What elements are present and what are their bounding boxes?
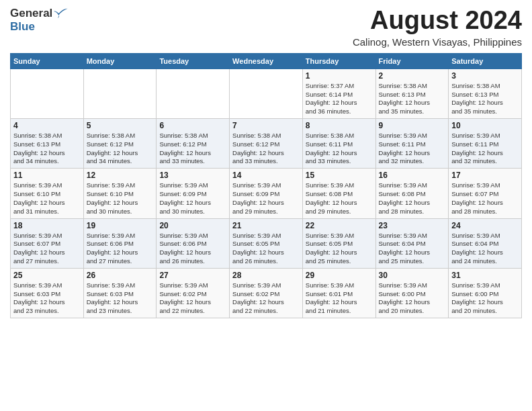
calendar-cell: 24Sunrise: 5:39 AM Sunset: 6:04 PM Dayli… — [449, 218, 522, 268]
day-number: 25 — [13, 271, 81, 280]
logo-general: General — [10, 7, 52, 20]
day-number: 30 — [379, 271, 446, 280]
day-info: Sunrise: 5:38 AM Sunset: 6:12 PM Dayligh… — [159, 132, 226, 166]
calendar-body: 1Sunrise: 5:37 AM Sunset: 6:14 PM Daylig… — [11, 68, 522, 318]
day-number: 3 — [451, 71, 519, 81]
day-number: 7 — [232, 121, 300, 130]
calendar-table: SundayMondayTuesdayWednesdayThursdayFrid… — [10, 53, 522, 318]
day-info: Sunrise: 5:39 AM Sunset: 6:10 PM Dayligh… — [87, 181, 154, 216]
calendar-cell — [83, 68, 157, 118]
day-info: Sunrise: 5:38 AM Sunset: 6:12 PM Dayligh… — [232, 132, 300, 166]
day-header-wednesday: Wednesday — [230, 53, 303, 68]
day-info: Sunrise: 5:39 AM Sunset: 6:08 PM Dayligh… — [306, 181, 373, 216]
header: General Blue August 2024 Calinog, Wester… — [10, 7, 522, 48]
day-number: 20 — [159, 221, 226, 230]
calendar-week-1: 1Sunrise: 5:37 AM Sunset: 6:14 PM Daylig… — [11, 68, 522, 118]
title-area: August 2024 Calinog, Western Visayas, Ph… — [353, 7, 522, 48]
day-info: Sunrise: 5:39 AM Sunset: 6:05 PM Dayligh… — [232, 232, 300, 266]
day-number: 2 — [379, 71, 446, 81]
logo-bird-icon — [54, 7, 69, 19]
day-number: 24 — [451, 221, 519, 230]
day-info: Sunrise: 5:39 AM Sunset: 6:11 PM Dayligh… — [379, 132, 446, 166]
calendar-cell: 10Sunrise: 5:39 AM Sunset: 6:11 PM Dayli… — [449, 119, 522, 169]
calendar-cell: 21Sunrise: 5:39 AM Sunset: 6:05 PM Dayli… — [230, 218, 303, 268]
day-info: Sunrise: 5:39 AM Sunset: 6:01 PM Dayligh… — [306, 281, 373, 316]
calendar-cell: 31Sunrise: 5:39 AM Sunset: 6:00 PM Dayli… — [449, 268, 522, 318]
day-number: 10 — [451, 121, 519, 130]
calendar-cell: 12Sunrise: 5:39 AM Sunset: 6:10 PM Dayli… — [83, 169, 157, 218]
day-info: Sunrise: 5:39 AM Sunset: 6:10 PM Dayligh… — [13, 181, 81, 216]
day-info: Sunrise: 5:38 AM Sunset: 6:11 PM Dayligh… — [306, 132, 373, 166]
day-info: Sunrise: 5:38 AM Sunset: 6:13 PM Dayligh… — [13, 132, 81, 166]
calendar-cell: 3Sunrise: 5:38 AM Sunset: 6:13 PM Daylig… — [449, 68, 522, 118]
calendar-cell: 2Sunrise: 5:38 AM Sunset: 6:13 PM Daylig… — [375, 68, 449, 118]
calendar-cell: 29Sunrise: 5:39 AM Sunset: 6:01 PM Dayli… — [302, 268, 375, 318]
calendar-cell: 22Sunrise: 5:39 AM Sunset: 6:05 PM Dayli… — [302, 218, 375, 268]
day-header-sunday: Sunday — [11, 53, 84, 68]
calendar-cell: 5Sunrise: 5:38 AM Sunset: 6:12 PM Daylig… — [83, 119, 157, 169]
days-of-week-row: SundayMondayTuesdayWednesdayThursdayFrid… — [11, 53, 522, 68]
logo: General Blue — [10, 7, 69, 34]
calendar-cell: 15Sunrise: 5:39 AM Sunset: 6:08 PM Dayli… — [302, 169, 375, 218]
page-subtitle: Calinog, Western Visayas, Philippines — [353, 36, 522, 48]
day-number: 12 — [87, 171, 154, 180]
day-info: Sunrise: 5:39 AM Sunset: 6:05 PM Dayligh… — [306, 232, 373, 266]
day-number: 16 — [379, 171, 446, 180]
calendar-cell: 14Sunrise: 5:39 AM Sunset: 6:09 PM Dayli… — [230, 169, 303, 218]
day-info: Sunrise: 5:38 AM Sunset: 6:12 PM Dayligh… — [87, 132, 154, 166]
calendar-week-2: 4Sunrise: 5:38 AM Sunset: 6:13 PM Daylig… — [11, 119, 522, 169]
day-info: Sunrise: 5:39 AM Sunset: 6:06 PM Dayligh… — [159, 232, 226, 266]
day-info: Sunrise: 5:39 AM Sunset: 6:02 PM Dayligh… — [159, 281, 226, 316]
day-info: Sunrise: 5:39 AM Sunset: 6:08 PM Dayligh… — [379, 181, 446, 216]
page-title: August 2024 — [353, 7, 522, 35]
day-number: 21 — [232, 221, 300, 230]
day-header-saturday: Saturday — [449, 53, 522, 68]
calendar-cell: 6Sunrise: 5:38 AM Sunset: 6:12 PM Daylig… — [157, 119, 230, 169]
day-number: 22 — [306, 221, 373, 230]
calendar-cell: 4Sunrise: 5:38 AM Sunset: 6:13 PM Daylig… — [11, 119, 84, 169]
calendar-cell: 28Sunrise: 5:39 AM Sunset: 6:02 PM Dayli… — [230, 268, 303, 318]
day-info: Sunrise: 5:38 AM Sunset: 6:13 PM Dayligh… — [379, 82, 446, 116]
day-number: 23 — [379, 221, 446, 230]
day-number: 26 — [87, 271, 154, 280]
day-number: 5 — [87, 121, 154, 130]
calendar-cell: 20Sunrise: 5:39 AM Sunset: 6:06 PM Dayli… — [157, 218, 230, 268]
day-number: 28 — [232, 271, 300, 280]
day-header-monday: Monday — [83, 53, 157, 68]
day-number: 29 — [306, 271, 373, 280]
day-number: 19 — [87, 221, 154, 230]
day-number: 15 — [306, 171, 373, 180]
calendar-cell: 17Sunrise: 5:39 AM Sunset: 6:07 PM Dayli… — [449, 169, 522, 218]
calendar-cell: 9Sunrise: 5:39 AM Sunset: 6:11 PM Daylig… — [375, 119, 449, 169]
day-info: Sunrise: 5:39 AM Sunset: 6:04 PM Dayligh… — [451, 232, 519, 266]
calendar-cell: 25Sunrise: 5:39 AM Sunset: 6:03 PM Dayli… — [11, 268, 84, 318]
calendar-cell: 13Sunrise: 5:39 AM Sunset: 6:09 PM Dayli… — [157, 169, 230, 218]
day-header-tuesday: Tuesday — [157, 53, 230, 68]
day-info: Sunrise: 5:39 AM Sunset: 6:04 PM Dayligh… — [379, 232, 446, 266]
day-info: Sunrise: 5:39 AM Sunset: 6:09 PM Dayligh… — [232, 181, 300, 216]
day-header-thursday: Thursday — [302, 53, 375, 68]
calendar-cell: 1Sunrise: 5:37 AM Sunset: 6:14 PM Daylig… — [302, 68, 375, 118]
day-number: 31 — [451, 271, 519, 280]
calendar-cell: 7Sunrise: 5:38 AM Sunset: 6:12 PM Daylig… — [230, 119, 303, 169]
day-info: Sunrise: 5:39 AM Sunset: 6:07 PM Dayligh… — [451, 181, 519, 216]
calendar-cell: 27Sunrise: 5:39 AM Sunset: 6:02 PM Dayli… — [157, 268, 230, 318]
calendar-cell: 18Sunrise: 5:39 AM Sunset: 6:07 PM Dayli… — [11, 218, 84, 268]
day-info: Sunrise: 5:39 AM Sunset: 6:11 PM Dayligh… — [451, 132, 519, 166]
calendar-cell — [11, 68, 84, 118]
day-number: 13 — [159, 171, 226, 180]
day-info: Sunrise: 5:39 AM Sunset: 6:00 PM Dayligh… — [451, 281, 519, 316]
day-number: 18 — [13, 221, 81, 230]
day-info: Sunrise: 5:39 AM Sunset: 6:09 PM Dayligh… — [159, 181, 226, 216]
day-info: Sunrise: 5:39 AM Sunset: 6:06 PM Dayligh… — [87, 232, 154, 266]
day-number: 27 — [159, 271, 226, 280]
day-number: 6 — [159, 121, 226, 130]
calendar-cell: 26Sunrise: 5:39 AM Sunset: 6:03 PM Dayli… — [83, 268, 157, 318]
calendar-week-5: 25Sunrise: 5:39 AM Sunset: 6:03 PM Dayli… — [11, 268, 522, 318]
calendar-cell: 30Sunrise: 5:39 AM Sunset: 6:00 PM Dayli… — [375, 268, 449, 318]
day-info: Sunrise: 5:39 AM Sunset: 6:03 PM Dayligh… — [13, 281, 81, 316]
calendar-cell — [157, 68, 230, 118]
logo-blue: Blue — [10, 20, 35, 34]
calendar-header: SundayMondayTuesdayWednesdayThursdayFrid… — [11, 53, 522, 68]
calendar-cell: 11Sunrise: 5:39 AM Sunset: 6:10 PM Dayli… — [11, 169, 84, 218]
